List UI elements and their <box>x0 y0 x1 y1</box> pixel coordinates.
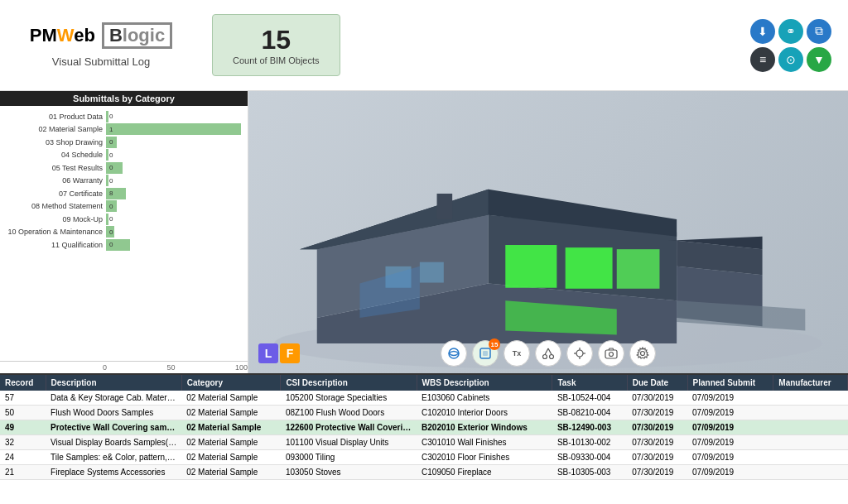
vp-btn-settings[interactable] <box>629 340 656 367</box>
toolbar-icons: ⬇ ⚭ ⧉ ≡ ⊙ ▼ <box>750 19 831 72</box>
lf-l-icon: L <box>258 343 278 363</box>
table-cell: 103050 Stoves <box>281 465 417 480</box>
logos: PMWeb Blogic <box>30 22 172 49</box>
table-section: Record Description Category CSI Descript… <box>0 373 848 504</box>
toolbar-btn-view[interactable]: ⊙ <box>778 47 803 72</box>
bar-fill: 0 <box>106 239 130 251</box>
toolbar-btn-copy[interactable]: ⧉ <box>807 19 831 44</box>
toolbar-btn-filter[interactable]: ▼ <box>807 47 831 72</box>
vp-btn-cut[interactable] <box>535 340 561 367</box>
table-cell: 07/30/2019 <box>627 406 687 420</box>
table-cell: 07/09/2019 <box>687 465 773 480</box>
table-cell: 32 <box>0 435 46 450</box>
table-cell <box>773 391 848 406</box>
vp-btn-select[interactable]: 15 <box>472 340 499 367</box>
table-row[interactable]: 24Tile Samples: e& Color, pattern, textu… <box>0 450 848 465</box>
table-cell: E103060 Cabinets <box>417 391 552 406</box>
col-csi: CSI Description <box>281 375 417 391</box>
bar-container: 0 <box>106 175 241 186</box>
table-cell: 02 Material Sample <box>181 465 281 480</box>
svg-point-21 <box>543 355 547 359</box>
table-body: 57Data & Key Storage Cab. Materials02 Ma… <box>0 391 848 480</box>
bar-fill: 0 <box>106 214 108 225</box>
bar-row: 08 Method Statement0 <box>7 200 241 212</box>
col-due-date: Due Date <box>627 375 687 391</box>
bim-viewport[interactable]: L F 15 Tx <box>248 91 848 373</box>
svg-point-32 <box>641 352 645 356</box>
bar-fill: 0 <box>106 200 117 212</box>
table-cell <box>773 406 848 420</box>
table-cell: SB-10524-004 <box>552 391 627 406</box>
table-cell <box>773 450 848 465</box>
data-table: Record Description Category CSI Descript… <box>0 375 848 480</box>
table-cell: Protective Wall Covering samples <box>46 420 181 435</box>
table-row[interactable]: 21Fireplace Systems Accessories02 Materi… <box>0 465 848 480</box>
table-cell: 07/30/2019 <box>627 420 687 435</box>
table-row[interactable]: 32Visual Display Boards Samples( Met) te… <box>0 435 848 450</box>
bar-value: 0 <box>109 177 113 185</box>
blogic-logo: Blogic <box>102 22 172 49</box>
bar-value: 0 <box>109 203 113 210</box>
toolbar-btn-link[interactable]: ⚭ <box>778 19 803 44</box>
table-cell: 49 <box>0 420 46 435</box>
bar-fill: 0 <box>106 149 108 161</box>
table-cell <box>773 435 848 450</box>
bar-container: 1 <box>106 123 241 135</box>
table-cell: 07/30/2019 <box>627 391 687 406</box>
table-cell <box>773 420 848 435</box>
table-cell: 093000 Tiling <box>281 450 417 465</box>
table-cell: Tile Samples: e& Color, pattern, texture <box>46 450 181 465</box>
table-cell: SB-10305-003 <box>552 465 627 480</box>
bar-row: 07 Certificate8 <box>7 188 241 199</box>
vp-btn-orbit[interactable] <box>441 340 467 367</box>
vp-btn-connect[interactable] <box>566 340 593 367</box>
table-row[interactable]: 57Data & Key Storage Cab. Materials02 Ma… <box>0 391 848 406</box>
header: PMWeb Blogic Visual Submittal Log 15 Cou… <box>0 0 848 91</box>
col-manufacturer: Manufacturer <box>773 375 848 391</box>
svg-rect-6 <box>505 245 556 288</box>
bar-label: 03 Shop Drawing <box>7 138 106 146</box>
bar-row: 11 Qualification0 <box>7 239 241 251</box>
svg-rect-7 <box>566 247 613 289</box>
vp-btn-text[interactable]: Tx <box>504 340 530 367</box>
table-cell: 105200 Storage Specialties <box>281 391 417 406</box>
table-row[interactable]: 49Protective Wall Covering samples02 Mat… <box>0 420 848 435</box>
table-wrapper[interactable]: Record Description Category CSI Descript… <box>0 375 848 504</box>
bar-fill: 0 <box>106 226 114 238</box>
bar-value: 0 <box>109 228 113 236</box>
table-header-row: Record Description Category CSI Descript… <box>0 375 848 391</box>
table-cell: 02 Material Sample <box>181 420 281 435</box>
vp-btn-screenshot[interactable] <box>598 340 624 367</box>
table-cell: 122600 Protective Wall Covering <box>281 420 417 435</box>
svg-line-23 <box>545 348 548 355</box>
content-area: Submittals by Category 01 Product Data00… <box>0 91 848 373</box>
bar-row: 01 Product Data0 <box>7 111 241 122</box>
table-cell: SB-10130-002 <box>552 435 627 450</box>
svg-rect-30 <box>605 350 617 358</box>
select-badge: 15 <box>489 338 500 350</box>
bar-label: 02 Material Sample <box>7 125 106 133</box>
table-cell: 02 Material Sample <box>181 435 281 450</box>
toolbar-btn-download[interactable]: ⬇ <box>750 19 775 44</box>
table-cell: Fireplace Systems Accessories <box>46 465 181 480</box>
toolbar-row-2: ≡ ⊙ ▼ <box>750 47 831 72</box>
visual-submittal-label: Visual Submittal Log <box>52 55 150 68</box>
table-cell: 57 <box>0 391 46 406</box>
table-cell: 02 Material Sample <box>181 391 281 406</box>
bar-value: 0 <box>109 215 113 223</box>
toolbar-btn-menu[interactable]: ≡ <box>750 47 775 72</box>
bar-row: 04 Schedule0 <box>7 149 241 161</box>
table-row[interactable]: 50Flush Wood Doors Samples02 Material Sa… <box>0 406 848 420</box>
bar-container: 0 <box>106 226 241 238</box>
axis-50: 50 <box>166 363 175 372</box>
bar-value: 8 <box>109 190 113 197</box>
lf-badge: L F <box>258 343 300 363</box>
table-cell: 08Z100 Flush Wood Doors <box>281 406 417 420</box>
svg-point-31 <box>610 353 614 357</box>
table-cell: C302010 Floor Finishes <box>417 450 552 465</box>
table-cell: 21 <box>0 465 46 480</box>
bar-row: 03 Shop Drawing0 <box>7 137 241 148</box>
main-container: PMWeb Blogic Visual Submittal Log 15 Cou… <box>0 0 848 504</box>
table-cell: 07/30/2019 <box>627 435 687 450</box>
svg-rect-15 <box>420 262 444 283</box>
